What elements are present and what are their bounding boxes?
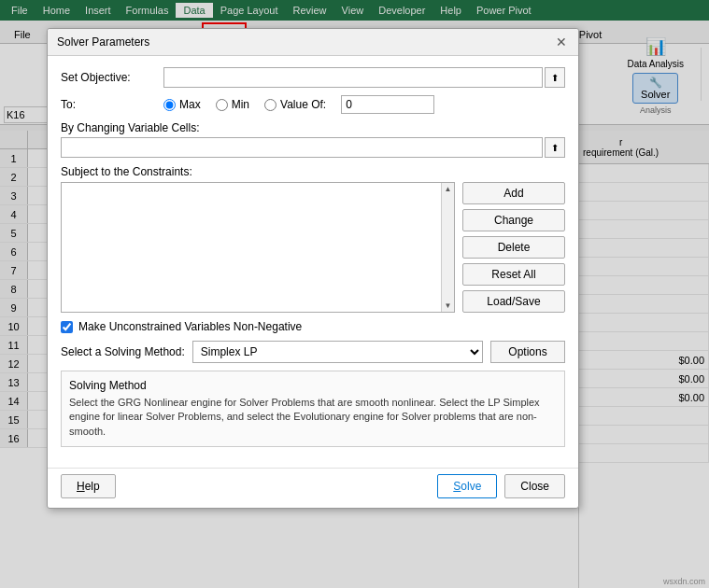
solving-method-row: Select a Solving Method: Simplex LP GRG …: [61, 341, 565, 363]
scrollbar[interactable]: ▲ ▼: [441, 183, 454, 312]
delete-button[interactable]: Delete: [462, 236, 565, 259]
side-buttons: Add Change Delete Reset All Load/Save: [462, 182, 565, 313]
constraints-label: Subject to the Constraints:: [61, 165, 565, 178]
unconstrained-checkbox[interactable]: [61, 321, 73, 333]
max-option[interactable]: Max: [163, 98, 201, 111]
set-objective-row: Set Objective: ⬆: [61, 67, 565, 88]
max-radio[interactable]: [163, 99, 176, 111]
solving-method-title: Solving Method: [69, 379, 557, 392]
value-of-option[interactable]: Value Of:: [264, 98, 326, 111]
unconstrained-label: Make Unconstrained Variables Non-Negativ…: [78, 320, 302, 333]
unconstrained-row: Make Unconstrained Variables Non-Negativ…: [61, 320, 565, 333]
change-button[interactable]: Change: [462, 209, 565, 231]
dialog-footer: Help Solve Close: [48, 468, 578, 508]
constraints-area: ▲ ▼ Add Change Delete Reset All Load/Sav…: [61, 182, 565, 313]
solver-dialog: Solver Parameters ✕ Set Objective: ⬆ To:…: [47, 28, 579, 509]
value-of-label: Value Of:: [280, 98, 326, 111]
add-button[interactable]: Add: [462, 182, 565, 204]
close-button[interactable]: Close: [504, 474, 565, 498]
to-label: To:: [61, 98, 163, 111]
solving-method-label: Select a Solving Method:: [61, 345, 185, 358]
solving-method-box: Solving Method Select the GRG Nonlinear …: [61, 371, 565, 447]
to-row: To: Max Min Value Of:: [61, 95, 565, 114]
load-save-button[interactable]: Load/Save: [462, 290, 565, 313]
changing-cells-collapse-btn[interactable]: ⬆: [545, 137, 565, 158]
set-objective-label: Set Objective:: [61, 71, 163, 84]
help-button[interactable]: Help: [61, 474, 116, 498]
dialog-titlebar: Solver Parameters ✕: [48, 29, 578, 56]
min-option[interactable]: Min: [216, 98, 249, 111]
changing-cells-input[interactable]: [61, 137, 543, 158]
value-of-radio[interactable]: [264, 99, 277, 111]
scroll-down-arrow[interactable]: ▼: [443, 300, 454, 312]
min-label: Min: [232, 98, 249, 111]
radio-group: Max Min Value Of:: [163, 95, 434, 114]
set-objective-collapse-btn[interactable]: ⬆: [545, 67, 565, 88]
solving-method-text: Select the GRG Nonlinear engine for Solv…: [69, 396, 557, 439]
min-radio[interactable]: [216, 99, 228, 111]
max-label: Max: [179, 98, 201, 111]
dialog-close-button[interactable]: ✕: [554, 35, 569, 49]
dialog-body: Set Objective: ⬆ To: Max Min: [48, 56, 578, 468]
solve-button[interactable]: Solve: [437, 474, 497, 498]
scroll-up-arrow[interactable]: ▲: [443, 183, 454, 195]
dialog-title: Solver Parameters: [57, 35, 149, 49]
excel-window: File Home Insert Formulas Data Page Layo…: [0, 0, 709, 588]
constraints-box: ▲ ▼: [61, 182, 455, 313]
reset-all-button[interactable]: Reset All: [462, 263, 565, 286]
value-of-input[interactable]: [341, 95, 434, 114]
options-button[interactable]: Options: [490, 341, 565, 363]
solving-method-select[interactable]: Simplex LP GRG Nonlinear Evolutionary: [192, 341, 483, 363]
set-objective-input[interactable]: [163, 67, 543, 88]
changing-cells-row: By Changing Variable Cells: ⬆: [61, 121, 565, 158]
changing-cells-label: By Changing Variable Cells:: [61, 121, 200, 134]
